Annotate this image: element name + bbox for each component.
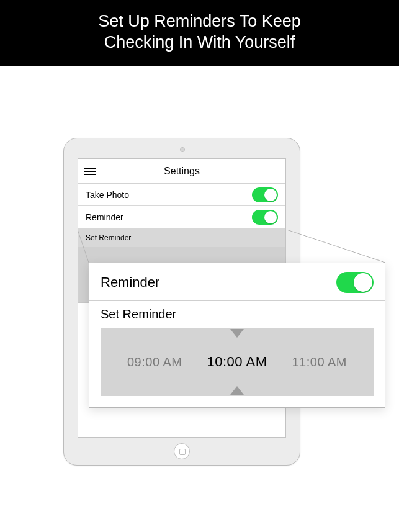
toggle-reminder[interactable]	[252, 210, 278, 225]
nav-bar: Settings	[78, 159, 285, 184]
hamburger-icon[interactable]	[84, 166, 96, 177]
toggle-reminder-large[interactable]	[336, 272, 374, 293]
banner-line-1: Set Up Reminders To Keep	[98, 12, 301, 30]
svg-line-1	[287, 230, 385, 263]
row-label: Take Photo	[86, 190, 129, 200]
time-picker[interactable]: 09:00 AM 10:00 AM 11:00 AM	[101, 328, 374, 396]
chevron-up-icon	[230, 386, 244, 395]
page-title: Settings	[164, 166, 200, 177]
settings-row-take-photo[interactable]: Take Photo	[78, 184, 285, 206]
banner-line-2: Checking In With Yourself	[104, 33, 295, 52]
settings-row-reminder[interactable]: Reminder	[78, 206, 285, 228]
picker-option-prev[interactable]: 09:00 AM	[127, 355, 182, 369]
chevron-down-icon	[230, 329, 244, 338]
picker-option-selected[interactable]: 10:00 AM	[207, 354, 267, 370]
toggle-take-photo[interactable]	[252, 187, 278, 202]
row-label: Set Reminder	[86, 233, 131, 242]
callout-set-reminder-label: Set Reminder	[89, 301, 385, 325]
home-button-icon	[174, 443, 190, 459]
row-label: Reminder	[101, 274, 159, 291]
picker-option-next[interactable]: 11:00 AM	[292, 355, 347, 369]
settings-row-set-reminder: Set Reminder	[78, 228, 285, 247]
promo-banner: Set Up Reminders To Keep Checking In Wit…	[0, 0, 399, 66]
row-label: Reminder	[86, 212, 123, 222]
callout-row-reminder[interactable]: Reminder	[89, 263, 385, 301]
callout-panel: Reminder Set Reminder 09:00 AM 10:00 AM …	[89, 263, 385, 408]
